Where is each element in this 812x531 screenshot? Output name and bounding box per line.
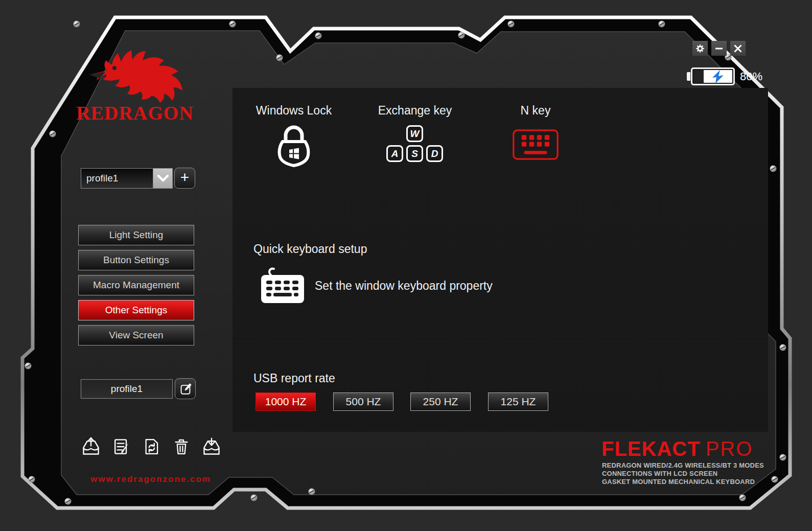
profile-select-value: profile1 [81, 169, 153, 188]
rate-250hz-button[interactable]: 250 HZ [410, 393, 471, 411]
sidebar-item-label: Other Settings [105, 305, 167, 316]
import-profile-button[interactable] [200, 435, 223, 458]
website-link[interactable]: www.redragonzone.com [87, 474, 215, 484]
n-key-label: N key [479, 104, 592, 118]
nkey-keyboard-icon [512, 129, 559, 160]
add-profile-button[interactable]: + [174, 168, 195, 189]
sidebar-item-label: Light Setting [109, 229, 164, 241]
windows-lock-icon [274, 124, 313, 167]
profile-actions-toolbar [80, 435, 223, 458]
product-taglines: REDRAGON WIRED/2.4G WIRELESS/BT 3 MODES … [602, 461, 764, 486]
profile-name-field[interactable]: profile1 [81, 379, 173, 399]
n-key-option[interactable] [479, 124, 592, 167]
close-icon [733, 44, 743, 53]
edit-pencil-icon [179, 382, 192, 396]
sidebar-item-label: View Screen [109, 330, 163, 341]
reset-profile-icon [142, 437, 161, 456]
profile-name-value: profile1 [111, 383, 143, 395]
quick-setup-description: Set the window keyboard property [315, 279, 493, 293]
exchange-key-label: Exchange key [359, 104, 471, 118]
rate-label: 1000 HZ [265, 396, 307, 408]
s-keycap: S [406, 145, 423, 162]
settings-button[interactable] [692, 41, 708, 56]
sidebar-item-label: Macro Management [93, 280, 179, 291]
app-window: 80% REDRAGON profile1 + Light Setting Bu… [0, 0, 812, 531]
export-profile-icon [81, 436, 101, 457]
exchange-key-option[interactable]: W A S D [359, 124, 471, 167]
windows-lock-label: Windows Lock [238, 104, 350, 118]
redragon-dragon-logo [82, 43, 189, 103]
product-name: FLEKACT [601, 437, 701, 460]
sidebar-item-macro-management[interactable]: Macro Management [78, 275, 194, 295]
charging-bolt-icon [709, 70, 727, 83]
edit-document-button[interactable] [110, 435, 132, 458]
delete-profile-icon [172, 437, 191, 456]
sidebar-item-light-setting[interactable]: Light Setting [78, 225, 194, 245]
sidebar-item-label: Button Settings [103, 255, 169, 266]
product-suffix: PRO [706, 437, 753, 460]
delete-profile-button[interactable] [170, 435, 193, 458]
w-keycap: W [406, 125, 423, 142]
rate-1000hz-button[interactable]: 1000 HZ [256, 393, 316, 411]
profile-dropdown-button[interactable] [153, 169, 172, 188]
minimize-button[interactable] [711, 41, 727, 56]
windows-lock-option[interactable] [238, 124, 350, 167]
rate-500hz-button[interactable]: 500 HZ [333, 393, 393, 411]
rate-label: 125 HZ [501, 396, 536, 408]
brand-wordmark: REDRAGON [76, 102, 194, 124]
d-keycap: D [426, 145, 443, 162]
product-title: FLEKACTPRO [601, 437, 753, 460]
rate-125hz-button[interactable]: 125 HZ [488, 393, 548, 411]
reset-profile-button[interactable] [140, 435, 163, 458]
rate-label: 250 HZ [423, 396, 458, 408]
export-profile-button[interactable] [80, 435, 102, 458]
tagline-line: REDRAGON WIRED/2.4G WIRELESS/BT 3 MODES [602, 461, 764, 470]
battery-terminal [687, 72, 690, 81]
gear-icon [695, 44, 705, 53]
quick-setup-title: Quick keyboard setup [253, 242, 367, 256]
sidebar-item-button-settings[interactable]: Button Settings [78, 250, 194, 270]
battery-indicator [691, 67, 735, 85]
sidebar-item-other-settings[interactable]: Other Settings [78, 300, 194, 320]
rate-label: 500 HZ [346, 396, 381, 408]
sidebar-item-view-screen[interactable]: View Screen [78, 325, 194, 345]
wasd-exchange-icon: W A S D [385, 124, 445, 164]
a-keycap: A [386, 145, 403, 162]
usb-report-rate-label: USB report rate [253, 372, 335, 385]
battery-empty-segment [693, 70, 704, 83]
tagline-line: CONNECTIONS WITH LCD SCREEN [602, 470, 764, 478]
tagline-line: GASKET MOUNTED MECHANICAL KEYBOARD [602, 478, 764, 486]
edit-document-icon [111, 436, 131, 457]
profile-select[interactable]: profile1 [81, 168, 173, 189]
battery-charge-segment [704, 70, 732, 83]
plus-icon: + [180, 170, 190, 185]
minimize-icon [714, 44, 724, 53]
battery-percent: 80% [740, 70, 762, 83]
import-profile-icon [201, 436, 222, 457]
chevron-down-icon [157, 175, 169, 182]
keyboard-icon [260, 267, 306, 305]
rename-profile-button[interactable] [175, 378, 196, 399]
close-button[interactable] [730, 41, 746, 56]
